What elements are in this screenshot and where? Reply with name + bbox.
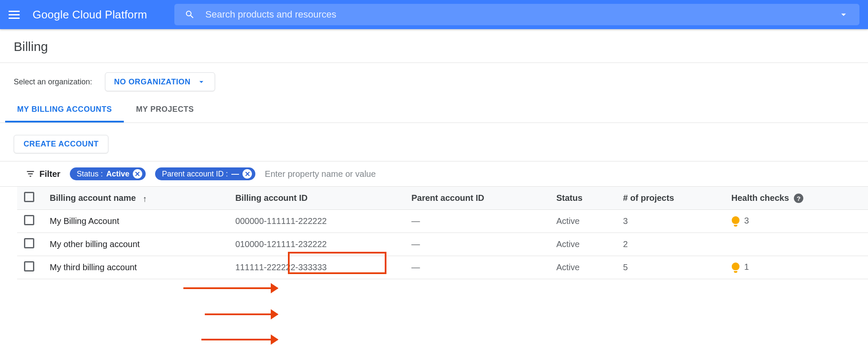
search-bar[interactable] <box>174 4 859 25</box>
filter-row: Filter Status : Active ✕ Parent account … <box>0 161 868 187</box>
brand-label: Google Cloud Platform <box>33 8 147 21</box>
filter-chip-status-value: Active <box>106 170 129 179</box>
billing-accounts-table: Billing account name ↑ Billing account I… <box>17 187 868 279</box>
actions-row: CREATE ACCOUNT <box>0 123 868 161</box>
organization-value: NO ORGANIZATION <box>114 78 191 87</box>
col-health-label: Health checks <box>731 193 789 203</box>
filter-chip-status[interactable]: Status : Active ✕ <box>70 167 146 180</box>
organization-row: Select an organization: NO ORGANIZATION <box>0 63 868 99</box>
brand-word-1: Google <box>33 8 69 21</box>
col-projects[interactable]: # of projects <box>616 187 724 210</box>
cell-health-value: 3 <box>744 216 749 225</box>
close-icon[interactable]: ✕ <box>133 169 142 179</box>
organization-select[interactable]: NO ORGANIZATION <box>105 72 215 91</box>
close-icon[interactable]: ✕ <box>242 169 252 179</box>
lightbulb-icon <box>731 263 740 273</box>
cell-account-name[interactable]: My third billing account <box>43 256 228 279</box>
tab-my-projects[interactable]: MY PROJECTS <box>124 99 206 122</box>
annotation-arrow <box>183 287 278 289</box>
select-all-cell[interactable] <box>17 187 43 210</box>
checkbox-icon[interactable] <box>24 215 34 225</box>
col-parent-id[interactable]: Parent account ID <box>404 187 549 210</box>
cell-health[interactable]: 1 <box>724 256 868 279</box>
col-account-name-label: Billing account name <box>50 193 136 203</box>
brand-word-2: Cloud Platform <box>72 8 147 21</box>
cell-status: Active <box>549 233 616 256</box>
filter-input[interactable] <box>265 169 842 179</box>
filter-chip-parent[interactable]: Parent account ID : — ✕ <box>155 167 255 180</box>
page-title-row: Billing <box>0 29 868 63</box>
table-header-row: Billing account name ↑ Billing account I… <box>17 187 868 210</box>
content-area: Billing Select an organization: NO ORGAN… <box>0 29 868 279</box>
filter-control[interactable]: Filter <box>26 169 60 179</box>
filter-chip-parent-key: Parent account ID : <box>162 170 228 179</box>
filter-chip-parent-value: — <box>231 170 239 179</box>
col-account-id[interactable]: Billing account ID <box>228 187 404 210</box>
cell-parent-id: — <box>404 233 549 256</box>
cell-account-name[interactable]: My other billing account <box>43 233 228 256</box>
organization-label: Select an organization: <box>14 78 92 87</box>
cell-status: Active <box>549 256 616 279</box>
dropdown-icon <box>197 77 206 87</box>
checkbox-icon[interactable] <box>24 261 34 271</box>
checkbox-icon[interactable] <box>24 238 34 248</box>
cell-status: Active <box>549 210 616 233</box>
cell-account-name[interactable]: My Billing Account <box>43 210 228 233</box>
filter-label: Filter <box>39 169 60 179</box>
cell-health[interactable] <box>724 233 868 256</box>
col-account-name[interactable]: Billing account name ↑ <box>43 187 228 210</box>
create-account-button[interactable]: CREATE ACCOUNT <box>14 135 108 153</box>
filter-icon <box>26 169 35 179</box>
search-input[interactable] <box>205 9 828 20</box>
cell-account-id: 111111-222222-333333 <box>228 256 404 279</box>
sort-ascending-icon: ↑ <box>143 194 147 204</box>
cell-parent-id: — <box>404 210 549 233</box>
table-row: My other billing account 010000-121111-2… <box>17 233 868 256</box>
col-status[interactable]: Status <box>549 187 616 210</box>
cell-account-id: 000000-111111-222222 <box>228 210 404 233</box>
cell-health-value: 1 <box>744 262 749 271</box>
top-bar: Google Cloud Platform <box>0 0 868 29</box>
checkbox-icon[interactable] <box>24 192 34 202</box>
cell-health[interactable]: 3 <box>724 210 868 233</box>
search-icon <box>185 9 195 20</box>
chevron-down-icon[interactable] <box>838 9 849 20</box>
table-row: My Billing Account 000000-111111-222222 … <box>17 210 868 233</box>
cell-projects: 5 <box>616 256 724 279</box>
annotation-arrow <box>201 339 278 340</box>
lightbulb-icon <box>731 216 740 227</box>
cell-projects: 2 <box>616 233 724 256</box>
cell-account-id: 010000-121111-232222 <box>228 233 404 256</box>
cell-parent-id: — <box>404 256 549 279</box>
cell-projects: 3 <box>616 210 724 233</box>
annotation-arrow <box>205 313 278 315</box>
menu-icon[interactable] <box>9 8 22 21</box>
tab-billing-accounts[interactable]: MY BILLING ACCOUNTS <box>5 99 124 122</box>
col-health[interactable]: Health checks ? <box>724 187 868 210</box>
help-icon[interactable]: ? <box>794 194 803 203</box>
filter-chip-status-key: Status : <box>77 170 103 179</box>
page-title: Billing <box>14 39 854 54</box>
tabs: MY BILLING ACCOUNTS MY PROJECTS <box>0 99 868 123</box>
table-row: My third billing account 111111-222222-3… <box>17 256 868 279</box>
